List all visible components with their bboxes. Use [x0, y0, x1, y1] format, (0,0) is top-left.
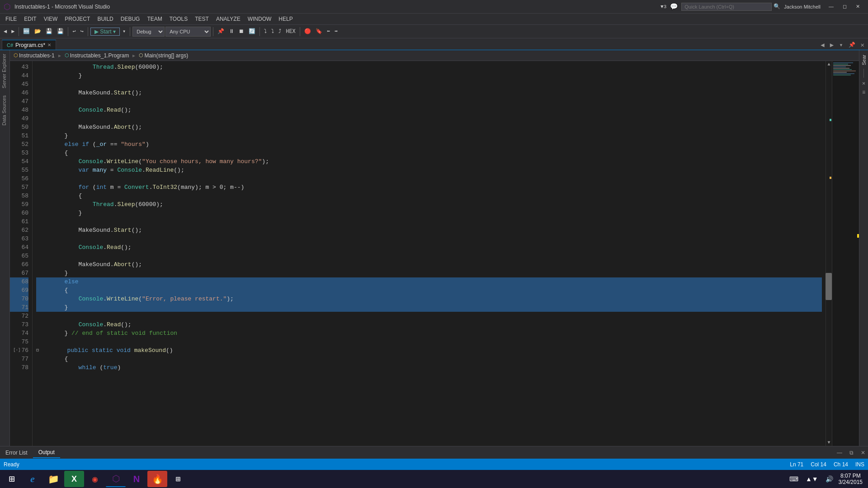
- taskbar-app7-btn[interactable]: 🔥: [147, 471, 167, 487]
- scroll-up-btn[interactable]: ▲: [826, 61, 832, 68]
- menu-build[interactable]: BUILD: [94, 14, 117, 23]
- code-line-49: [36, 114, 822, 123]
- menu-edit[interactable]: EDIT: [20, 14, 40, 23]
- tb-start-dropdown[interactable]: ▾: [121, 27, 127, 36]
- scroll-thumb[interactable]: [826, 273, 832, 300]
- tab-close-btn[interactable]: ✕: [47, 42, 51, 47]
- code-map-scrollbar[interactable]: [832, 61, 859, 446]
- platform-dropdown[interactable]: Any CPU x86 x64: [165, 27, 211, 37]
- code-line-48: Console.Read();: [36, 106, 822, 114]
- code-line-78: while (true): [36, 363, 822, 372]
- right-panel-btn2[interactable]: ≡: [861, 88, 867, 97]
- menu-view[interactable]: VIEW: [40, 14, 61, 23]
- nav-method[interactable]: ⬡ Main(string[] args): [139, 52, 188, 59]
- taskbar: ⊞ e 📁 X ◉ ⬡ N 🔥 ⊞ ⌨ ▲▼ 🔊 8:07 PM 3/24/20…: [0, 470, 868, 488]
- tb-step-out-btn[interactable]: ⤴: [277, 27, 283, 36]
- tab-pin-btn[interactable]: 📌: [847, 41, 857, 49]
- status-col[interactable]: Col 14: [811, 461, 826, 468]
- tab-error-list[interactable]: Error List: [0, 448, 33, 458]
- nav-project[interactable]: ⬡ Instructables-1: [14, 52, 55, 59]
- tab-output[interactable]: Output: [33, 447, 60, 458]
- tb-sep6: [259, 27, 260, 36]
- bottom-minimize-btn[interactable]: —: [834, 449, 845, 457]
- toolbar: ◀ ▶ 🆕 📂 💾 💾 ↩ ↪ ▶ ▶ StartStart ▾ ▾ Debug…: [0, 25, 868, 38]
- taskbar-time: 8:07 PM: [839, 473, 863, 479]
- tab-icon: C#: [7, 42, 13, 48]
- tab-scroll-right-btn[interactable]: ▶: [828, 40, 835, 50]
- quick-launch-input[interactable]: [681, 3, 772, 11]
- tb-step-over-btn[interactable]: ⤵: [262, 27, 269, 36]
- sidebar-server-explorer[interactable]: Server Explorer: [0, 50, 9, 92]
- status-ready[interactable]: Ready: [4, 461, 19, 468]
- tb-save-all-btn[interactable]: 💾: [55, 27, 66, 36]
- right-panel-btn1[interactable]: ✕: [861, 79, 867, 88]
- taskbar-chrome-btn[interactable]: ◉: [85, 471, 105, 487]
- tab-scroll-left-btn[interactable]: ◀: [819, 40, 826, 50]
- tb-forward-btn[interactable]: ▶: [9, 27, 16, 36]
- tb-redo-btn[interactable]: ↪: [79, 27, 85, 36]
- bottom-close-btn[interactable]: ✕: [858, 449, 868, 457]
- vertical-scrollbar[interactable]: ▲ ▼: [826, 61, 832, 446]
- taskbar-app8-btn[interactable]: ⊞: [168, 471, 188, 487]
- tb-pause-btn[interactable]: ⏸: [227, 27, 236, 36]
- taskbar-explorer-btn[interactable]: 📁: [43, 471, 63, 487]
- menu-project[interactable]: PROJECT: [61, 14, 94, 23]
- taskbar-vs-btn[interactable]: ⬡: [106, 471, 126, 487]
- tab-program-cs[interactable]: C# Program.cs* ✕: [2, 40, 56, 50]
- tb-back-btn[interactable]: ◀: [2, 27, 9, 36]
- volume-icon[interactable]: 🔊: [824, 474, 835, 483]
- taskbar-excel-btn[interactable]: X: [64, 471, 84, 487]
- tb-breakpoint-btn[interactable]: 🔴: [302, 27, 313, 36]
- menu-tools[interactable]: TOOLS: [166, 14, 191, 23]
- tb-restart-btn[interactable]: 🔄: [247, 27, 257, 36]
- scroll-down-btn[interactable]: ▼: [826, 439, 832, 446]
- taskbar-clock[interactable]: 8:07 PM 3/24/2015: [839, 473, 863, 485]
- minimize-button[interactable]: —: [824, 3, 838, 10]
- nav-class[interactable]: ⬡ Instructables_1.Program: [65, 52, 129, 59]
- chat-icon[interactable]: 💬: [670, 3, 678, 10]
- menu-help[interactable]: HELP: [275, 14, 296, 23]
- tb-hex-btn[interactable]: HEX: [284, 28, 297, 36]
- collapse-icon-76[interactable]: [-]: [13, 346, 20, 355]
- tb-nav-btn2[interactable]: ➡: [333, 27, 340, 36]
- network-icon[interactable]: ▲▼: [804, 474, 820, 483]
- menu-file[interactable]: FILE: [2, 14, 20, 23]
- nav-method-icon: ⬡: [139, 52, 143, 58]
- start-button[interactable]: ▶ ▶ StartStart ▾: [90, 28, 120, 36]
- tb-stop-btn[interactable]: ⏹: [237, 27, 246, 36]
- tb-nav-btn1[interactable]: ⬅: [325, 27, 332, 36]
- line-num-54: 54: [10, 157, 28, 166]
- taskbar-ie-btn[interactable]: e: [23, 471, 42, 487]
- line-num-58: 58: [10, 192, 28, 200]
- bottom-float-btn[interactable]: ⧉: [847, 449, 856, 457]
- code-editor[interactable]: Thread.Sleep(60000); } MakeSound.Start()…: [33, 61, 826, 446]
- restore-button[interactable]: ◻: [838, 3, 851, 10]
- menu-window[interactable]: WINDOW: [244, 14, 275, 23]
- menu-team[interactable]: TEAM: [143, 14, 165, 23]
- sidebar-data-sources[interactable]: Data Sources: [0, 92, 9, 129]
- taskbar-start-btn[interactable]: ⊞: [2, 471, 22, 487]
- keyboard-icon[interactable]: ⌨: [788, 474, 800, 483]
- tb-pin-btn[interactable]: 📌: [216, 27, 226, 36]
- close-tab-all-btn[interactable]: ✕: [859, 40, 866, 50]
- menu-debug[interactable]: DEBUG: [117, 14, 144, 23]
- close-button[interactable]: ✕: [851, 3, 864, 10]
- right-sep1: [863, 69, 864, 78]
- tb-save-btn[interactable]: 💾: [44, 27, 54, 36]
- tb-step-into-btn[interactable]: ⤵: [269, 27, 276, 36]
- line-num-44: 44: [10, 71, 28, 80]
- tab-dropdown-btn[interactable]: ▾: [837, 40, 844, 50]
- notification-badge[interactable]: ▼3: [660, 4, 666, 9]
- debug-mode-dropdown[interactable]: Debug Release: [132, 27, 165, 37]
- tb-undo-btn[interactable]: ↩: [71, 27, 77, 36]
- status-ch[interactable]: Ch 14: [834, 461, 848, 468]
- tb-open-btn[interactable]: 📂: [33, 27, 43, 36]
- tb-new-btn[interactable]: 🆕: [21, 27, 32, 36]
- menu-test[interactable]: TEST: [191, 14, 212, 23]
- tb-bookmark-btn[interactable]: 🔖: [314, 27, 324, 36]
- status-ins[interactable]: INS: [855, 461, 864, 468]
- taskbar-onenote-btn[interactable]: N: [127, 471, 146, 487]
- status-line[interactable]: Ln 71: [790, 461, 803, 468]
- code-line-62: MakeSound.Start();: [36, 226, 822, 235]
- menu-analyze[interactable]: ANALYZE: [212, 14, 244, 23]
